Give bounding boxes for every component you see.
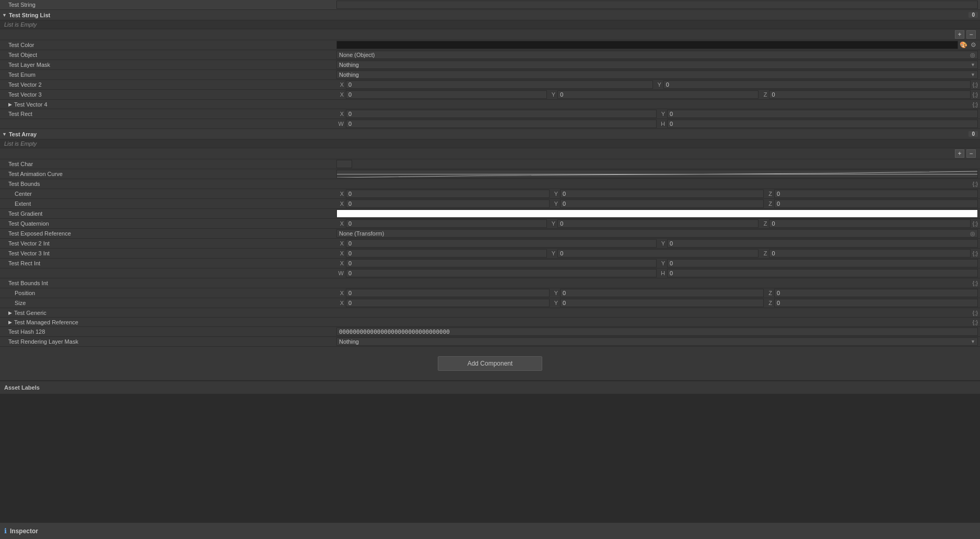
inspector-icon: ℹ [4, 527, 7, 535]
bounds-center-z-label: Z [765, 191, 772, 197]
test-bounds-extent-row: Extent X Y Z [0, 198, 980, 208]
bounds-center-z-input[interactable] [774, 190, 978, 198]
test-gradient-field[interactable] [336, 209, 978, 218]
array-collapse-triangle: ▼ [2, 132, 7, 137]
test-enum-dropdown[interactable]: Nothing ▼ [336, 71, 978, 79]
rect-int-w-input[interactable] [346, 269, 657, 277]
bint-pos-z-label: Z [765, 290, 772, 296]
rect-w-input[interactable] [346, 120, 657, 128]
test-exposed-reference-label: Test Exposed Reference [2, 230, 336, 237]
bounds-extent-z-input[interactable] [774, 200, 978, 208]
inspector-panel: Test String ▼ Test String List 0 List is… [0, 0, 980, 394]
test-color-value: 🎨 ⚙ [336, 41, 978, 49]
bounds-center-label: Center [2, 191, 336, 197]
test-char-label: Test Char [2, 161, 336, 167]
test-quaternion-label: Test Quaternion [2, 220, 336, 227]
rect-y-label: Y [658, 111, 665, 117]
array-remove-btn[interactable]: − [966, 149, 976, 158]
bounds-extent-x-label: X [336, 201, 344, 207]
bint-pos-x-label: X [336, 290, 344, 296]
test-object-pick-btn[interactable]: ◎ [970, 52, 975, 58]
quat-z-input[interactable] [769, 219, 970, 228]
rect-y-input[interactable] [667, 110, 978, 118]
vector2-settings-icon[interactable]: {;} [973, 81, 978, 88]
v2int-x-label: X [336, 240, 344, 247]
bounds-extent-x-input[interactable] [346, 200, 550, 208]
vector4-collapse-icon: ▶ [8, 102, 12, 107]
vector3-x-input[interactable] [346, 90, 547, 99]
test-layer-mask-dropdown[interactable]: Nothing ▼ [336, 61, 978, 69]
test-animation-curve-field[interactable] [336, 170, 978, 178]
v3int-settings-icon[interactable]: {;} [973, 250, 978, 256]
test-string-list-controls: + − [0, 29, 980, 40]
test-rendering-layer-mask-value: Nothing ▼ [336, 337, 978, 346]
test-color-eyedropper-btn[interactable]: 🎨 [958, 41, 969, 49]
v3int-y-input[interactable] [557, 249, 759, 257]
test-color-settings-btn[interactable]: ⚙ [969, 41, 978, 49]
quat-y-input[interactable] [557, 219, 759, 228]
add-component-area: Add Component [0, 347, 980, 381]
test-exposed-reference-value: None (Transform) ◎ [336, 229, 978, 238]
test-rendering-layer-mask-dropdown[interactable]: Nothing ▼ [336, 337, 978, 346]
vector3-z-input[interactable] [769, 90, 970, 99]
bint-pos-y-input[interactable] [560, 289, 764, 297]
test-hash128-input[interactable] [336, 327, 978, 336]
bint-size-x-input[interactable] [346, 299, 550, 307]
test-object-field[interactable]: None (Object) ◎ [336, 51, 978, 59]
bounds-center-y-input[interactable] [560, 190, 764, 198]
rect-w-label: W [336, 121, 344, 127]
bounds-int-settings-icon[interactable]: {;} [973, 280, 978, 286]
v2int-x-input[interactable] [346, 239, 657, 248]
test-array-label: Test Array [9, 131, 37, 137]
vector3-y-input[interactable] [557, 90, 759, 99]
layer-mask-arrow-icon: ▼ [971, 62, 975, 67]
array-add-btn[interactable]: + [955, 149, 964, 158]
rect-h-label: H [658, 121, 665, 127]
test-rect-multirow: Test Rect X Y W H [0, 109, 980, 129]
test-rect-int-row1: Test Rect Int X Y [0, 259, 980, 268]
bounds-settings-icon[interactable]: {;} [973, 181, 978, 187]
test-string-list-header[interactable]: ▼ Test String List 0 [0, 10, 980, 20]
test-string-input[interactable] [336, 1, 978, 9]
bint-size-y-input[interactable] [560, 299, 764, 307]
bounds-extent-y-input[interactable] [560, 200, 764, 208]
v3int-x-input[interactable] [346, 249, 547, 257]
test-object-row: Test Object None (Object) ◎ [0, 50, 980, 60]
test-string-list-count: 0 [969, 12, 978, 18]
generic-settings-icon[interactable]: {;} [973, 310, 978, 316]
quat-x-input[interactable] [346, 219, 547, 228]
test-vector3-label: Test Vector 3 [2, 91, 336, 98]
vector2-y-input[interactable] [663, 80, 971, 89]
string-list-remove-btn[interactable]: − [966, 30, 976, 39]
bint-size-z-input[interactable] [774, 299, 978, 307]
test-animation-curve-row: Test Animation Curve [0, 169, 980, 179]
rect-x-input[interactable] [346, 110, 657, 118]
test-char-input[interactable] [336, 160, 352, 168]
bint-pos-x-input[interactable] [346, 289, 550, 297]
rect-h-input[interactable] [667, 120, 978, 128]
rect-int-x-input[interactable] [346, 259, 657, 267]
bounds-center-x-input[interactable] [346, 190, 550, 198]
vector4-settings-icon[interactable]: {;} [973, 101, 978, 108]
vector2-x-input[interactable] [346, 80, 653, 89]
test-exposed-reference-field[interactable]: None (Transform) ◎ [336, 229, 978, 238]
rect-int-y-input[interactable] [667, 259, 978, 267]
inspector-label: Inspector [10, 528, 38, 535]
add-component-button[interactable]: Add Component [438, 356, 542, 371]
bint-pos-z-input[interactable] [774, 289, 978, 297]
managed-ref-settings-icon[interactable]: {;} [973, 319, 978, 325]
rect-int-h-input[interactable] [667, 269, 978, 277]
vector3-settings-icon[interactable]: {;} [973, 91, 978, 98]
test-exposed-reference-pick-btn[interactable]: ◎ [970, 230, 975, 237]
test-color-label: Test Color [2, 42, 336, 48]
test-array-header[interactable]: ▼ Test Array 0 [0, 129, 980, 139]
v3int-z-input[interactable] [769, 249, 970, 257]
test-color-field[interactable] [336, 41, 958, 49]
vector2-x-label: X [336, 81, 344, 88]
string-list-add-btn[interactable]: + [955, 30, 964, 39]
bounds-extent-value: X Y Z [336, 200, 978, 208]
v2int-y-input[interactable] [667, 239, 978, 248]
quat-settings-icon[interactable]: {;} [973, 220, 978, 227]
test-layer-mask-text: Nothing [339, 62, 359, 68]
test-object-label: Test Object [2, 52, 336, 58]
